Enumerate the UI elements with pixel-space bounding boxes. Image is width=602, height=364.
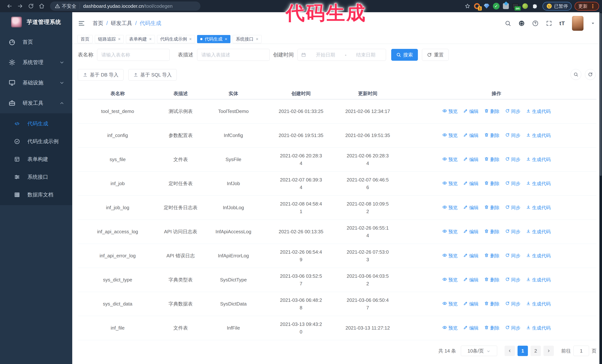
edit-link[interactable]: 编辑 — [463, 108, 479, 114]
key-extension-icon[interactable] — [520, 1, 530, 11]
reload-icon[interactable] — [26, 1, 36, 11]
sync-link[interactable]: 同步 — [505, 180, 520, 187]
sidebar-subitem-2[interactable]: 代码生成示例 — [0, 133, 72, 150]
table-desc-input[interactable] — [197, 49, 270, 61]
page-button-2[interactable]: 2 — [530, 346, 541, 356]
sidebar-subitem-4[interactable]: 系统接口 — [0, 168, 72, 186]
sync-link[interactable]: 同步 — [505, 301, 520, 307]
preview-link[interactable]: 预览 — [442, 156, 458, 163]
tab-6[interactable]: 系统接口× — [233, 35, 262, 43]
edit-link[interactable]: 编辑 — [463, 253, 479, 259]
close-icon[interactable]: × — [118, 36, 121, 42]
edit-link[interactable]: 编辑 — [463, 205, 479, 211]
address-bar[interactable]: 不安全 dashboard.yudao.iocoder.cn/tool/code… — [50, 1, 200, 11]
edit-link[interactable]: 编辑 — [463, 132, 479, 138]
edit-link[interactable]: 编辑 — [463, 325, 479, 331]
sidebar-item-3[interactable]: 基础设施 — [0, 73, 72, 93]
delete-link[interactable]: 删除 — [484, 132, 500, 138]
preview-link[interactable]: 预览 — [442, 180, 458, 187]
sync-link[interactable]: 同步 — [505, 108, 520, 114]
generate-code-link[interactable]: 生成代码 — [526, 205, 551, 211]
puzzle-extension-icon[interactable] — [530, 1, 540, 11]
sync-link[interactable]: 同步 — [505, 325, 520, 331]
delete-link[interactable]: 删除 — [484, 325, 500, 331]
fullscreen-icon[interactable] — [546, 20, 552, 27]
scrollbar-thumb[interactable] — [600, 13, 602, 176]
check-extension-icon[interactable]: ✓ — [491, 1, 501, 11]
edit-link[interactable]: 编辑 — [463, 301, 479, 307]
prev-page-button[interactable] — [505, 346, 515, 356]
generate-code-link[interactable]: 生成代码 — [526, 229, 551, 235]
end-date-placeholder[interactable]: 结束日期 — [349, 52, 383, 58]
delete-link[interactable]: 删除 — [484, 180, 500, 187]
date-range-picker[interactable]: 开始日期 - 结束日期 — [298, 49, 386, 61]
delete-link[interactable]: 删除 — [484, 301, 500, 307]
sync-link[interactable]: 同步 — [505, 253, 520, 259]
sync-link[interactable]: 同步 — [505, 277, 520, 283]
close-icon[interactable]: × — [189, 36, 192, 42]
close-icon[interactable]: × — [225, 36, 227, 42]
caret-down-icon[interactable] — [591, 21, 595, 26]
sidebar-item-1[interactable]: 首页 — [0, 32, 72, 52]
tabs-extension-icon[interactable] — [501, 1, 511, 11]
preview-link[interactable]: 预览 — [442, 277, 458, 283]
close-icon[interactable]: × — [256, 36, 258, 42]
breadcrumb-item[interactable]: 首页 — [93, 20, 103, 27]
generate-code-link[interactable]: 生成代码 — [526, 253, 551, 259]
start-date-placeholder[interactable]: 开始日期 — [309, 52, 342, 58]
edit-link[interactable]: 编辑 — [463, 277, 479, 283]
tab-5[interactable]: 代码生成× — [197, 35, 230, 43]
search-button[interactable]: 搜索 — [391, 49, 418, 61]
next-page-button[interactable] — [543, 346, 554, 356]
color-wheel-extension-icon[interactable]: 1 — [472, 1, 482, 11]
sidebar-subitem-1[interactable]: 代码生成 — [0, 115, 72, 133]
tab-1[interactable]: 首页 — [77, 35, 93, 43]
hamburger-icon[interactable] — [78, 20, 85, 27]
avatar[interactable] — [572, 16, 583, 31]
github-icon[interactable] — [518, 20, 525, 27]
dark-extension-icon[interactable]: on — [511, 1, 520, 11]
update-browser-button[interactable]: 更新 ⋮ — [575, 2, 599, 10]
generate-code-link[interactable]: 生成代码 — [526, 301, 551, 307]
kebab-menu-icon[interactable]: ⋮ — [590, 3, 595, 9]
delete-link[interactable]: 删除 — [484, 253, 500, 259]
edit-link[interactable]: 编辑 — [463, 156, 479, 163]
preview-link[interactable]: 预览 — [442, 205, 458, 211]
sync-link[interactable]: 同步 — [505, 205, 520, 211]
search-icon[interactable] — [505, 20, 511, 27]
sql-import-button[interactable]: 基于 SQL 导入 — [128, 69, 177, 81]
preview-link[interactable]: 预览 — [442, 229, 458, 235]
preview-link[interactable]: 预览 — [442, 301, 458, 307]
edit-link[interactable]: 编辑 — [463, 180, 479, 187]
preview-link[interactable]: 预览 — [442, 108, 458, 114]
home-icon[interactable] — [36, 1, 47, 11]
delete-link[interactable]: 删除 — [484, 277, 500, 283]
preview-link[interactable]: 预览 — [442, 253, 458, 259]
refresh-table-button[interactable] — [585, 69, 596, 80]
delete-link[interactable]: 删除 — [484, 156, 500, 163]
page-button-1[interactable]: 1 — [517, 346, 528, 356]
bookmark-star-icon[interactable] — [463, 1, 472, 11]
tab-3[interactable]: 表单构建× — [126, 35, 155, 43]
gem-extension-icon[interactable] — [482, 1, 491, 11]
delete-link[interactable]: 删除 — [484, 205, 500, 211]
sync-link[interactable]: 同步 — [505, 229, 520, 235]
page-size-select[interactable]: 10条/页 — [461, 346, 497, 356]
show-search-button[interactable] — [570, 69, 581, 80]
back-icon[interactable] — [4, 1, 15, 11]
delete-link[interactable]: 删除 — [484, 229, 500, 235]
goto-page-input[interactable] — [573, 346, 589, 356]
sync-link[interactable]: 同步 — [505, 156, 520, 163]
delete-link[interactable]: 删除 — [484, 108, 500, 114]
generate-code-link[interactable]: 生成代码 — [526, 180, 551, 187]
paused-profile-badge[interactable]: 已暂停 — [543, 2, 572, 10]
breadcrumb-item[interactable]: 研发工具 — [111, 20, 132, 27]
close-icon[interactable]: × — [149, 36, 152, 42]
edit-link[interactable]: 编辑 — [463, 229, 479, 235]
sidebar-item-2[interactable]: 系统管理 — [0, 52, 72, 73]
security-label[interactable]: 不安全 — [62, 3, 76, 10]
generate-code-link[interactable]: 生成代码 — [526, 132, 551, 138]
help-icon[interactable] — [532, 20, 539, 27]
sidebar-item-4[interactable]: 研发工具 — [0, 93, 72, 113]
font-size-icon[interactable]: tT — [559, 20, 565, 26]
